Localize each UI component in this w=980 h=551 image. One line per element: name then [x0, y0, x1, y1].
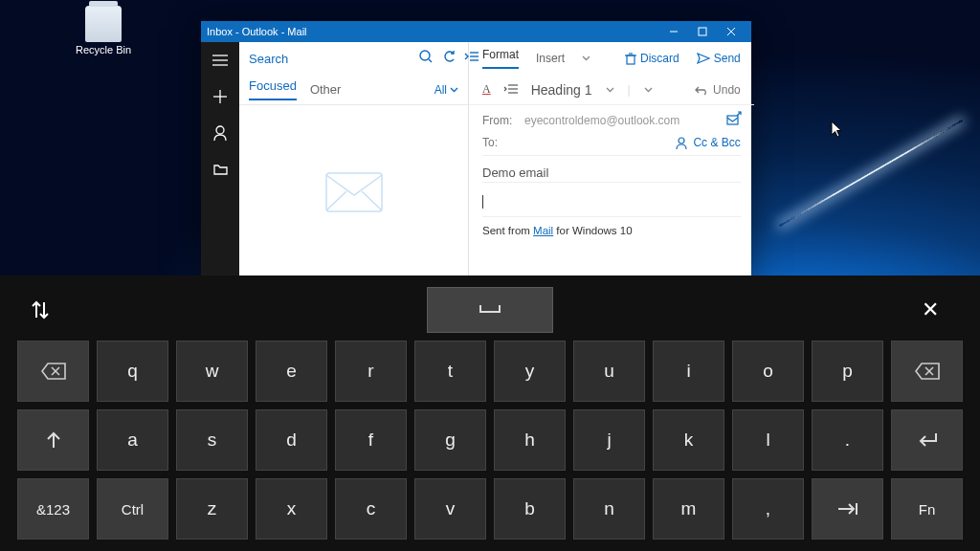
svg-marker-21 — [698, 54, 709, 63]
send-icon — [697, 53, 710, 64]
key-w[interactable]: w — [176, 341, 248, 402]
cursor-icon — [831, 121, 844, 140]
compose-pane: Format Insert Discard Send A Heading 1 |… — [469, 42, 754, 276]
key-p[interactable]: p — [812, 341, 883, 402]
svg-rect-18 — [627, 55, 635, 64]
key-fn[interactable]: Fn — [891, 478, 963, 540]
hamburger-icon[interactable] — [201, 46, 239, 75]
recycle-bin[interactable]: Recycle Bin — [75, 6, 132, 55]
key-backspace-left[interactable] — [17, 341, 89, 402]
font-color-icon[interactable]: A — [482, 82, 491, 97]
key-next[interactable] — [812, 478, 883, 540]
message-list-pane: Focused Other All — [239, 42, 469, 276]
key-enter[interactable] — [891, 409, 963, 471]
enter-icon — [917, 431, 938, 449]
svg-line-16 — [326, 191, 346, 210]
key-i[interactable]: i — [653, 341, 724, 402]
signature: Sent from Mail for Windows 10 — [482, 225, 741, 236]
keyboard-swap-icon[interactable] — [17, 287, 63, 333]
key-m[interactable]: m — [653, 478, 724, 540]
key-comma[interactable]: , — [732, 478, 804, 540]
heading-selector[interactable]: Heading 1 — [531, 82, 592, 98]
key-x[interactable]: x — [256, 478, 327, 540]
key-e[interactable]: e — [256, 341, 327, 402]
key-j[interactable]: j — [573, 409, 645, 471]
tab-format[interactable]: Format — [482, 48, 519, 69]
close-button[interactable] — [717, 21, 746, 42]
key-t[interactable]: t — [414, 341, 486, 402]
space-icon — [479, 304, 501, 316]
key-numsym[interactable]: &123 — [17, 478, 89, 540]
svg-line-17 — [362, 191, 382, 210]
chevron-down-icon[interactable] — [644, 87, 653, 93]
key-k[interactable]: k — [653, 409, 724, 471]
subject-input[interactable]: Demo email — [482, 164, 741, 183]
key-l[interactable]: l — [732, 409, 804, 471]
key-c[interactable]: c — [335, 478, 407, 540]
message-body[interactable] — [482, 190, 741, 217]
key-s[interactable]: s — [176, 409, 248, 471]
svg-line-11 — [429, 59, 432, 62]
key-o[interactable]: o — [732, 341, 804, 402]
key-f[interactable]: f — [335, 409, 407, 471]
key-r[interactable]: r — [335, 341, 407, 402]
envelope-icon — [325, 172, 383, 214]
svg-rect-15 — [326, 173, 382, 211]
key-d[interactable]: d — [256, 409, 327, 471]
key-ctrl[interactable]: Ctrl — [97, 478, 168, 540]
vertical-nav — [201, 42, 239, 276]
titlebar[interactable]: Inbox - Outlook - Mail — [201, 21, 751, 42]
undo-button[interactable]: Undo — [695, 83, 741, 97]
onscreen-keyboard: ✕ q w e r t y u i o p a s d f g h j k l — [0, 276, 980, 551]
new-mail-button[interactable] — [201, 82, 239, 111]
recycle-bin-icon — [85, 6, 122, 42]
keyboard-row-3: &123 Ctrl z x c v b n m , Fn — [17, 478, 963, 540]
mail-window: Inbox - Outlook - Mail — [201, 21, 751, 276]
keyboard-row-1: q w e r t y u i o p — [17, 341, 963, 402]
key-period[interactable]: . — [812, 409, 883, 471]
key-u[interactable]: u — [573, 341, 645, 402]
desktop[interactable]: Recycle Bin Inbox - Outlook - Mail — [0, 0, 980, 551]
send-button[interactable]: Send — [697, 52, 741, 65]
discard-button[interactable]: Discard — [625, 52, 679, 65]
key-n[interactable]: n — [573, 478, 645, 540]
key-shift[interactable] — [17, 409, 89, 471]
filter-all[interactable]: All — [434, 83, 458, 97]
maximize-button[interactable] — [688, 21, 717, 42]
key-z[interactable]: z — [176, 478, 248, 540]
svg-point-10 — [420, 51, 430, 60]
svg-rect-25 — [727, 116, 738, 124]
keyboard-close-button[interactable]: ✕ — [907, 287, 953, 333]
window-title: Inbox - Outlook - Mail — [207, 26, 307, 37]
from-label: From: — [482, 114, 517, 127]
key-g[interactable]: g — [414, 409, 486, 471]
popout-icon[interactable] — [726, 113, 741, 128]
folders-icon[interactable] — [201, 155, 239, 184]
accounts-icon[interactable] — [201, 119, 239, 147]
key-h[interactable]: h — [494, 409, 566, 471]
chevron-down-icon[interactable] — [606, 87, 614, 93]
key-b[interactable]: b — [494, 478, 566, 540]
minimize-button[interactable] — [659, 21, 688, 42]
tab-focused[interactable]: Focused — [249, 78, 297, 100]
cc-bcc-button[interactable]: Cc & Bcc — [676, 136, 740, 149]
key-v[interactable]: v — [414, 478, 486, 540]
search-icon[interactable] — [419, 50, 433, 67]
keyboard-row-2: a s d f g h j k l . — [17, 409, 963, 471]
tab-insert[interactable]: Insert — [536, 52, 565, 65]
key-y[interactable]: y — [494, 341, 566, 402]
chevron-down-icon[interactable] — [582, 55, 590, 61]
tab-other[interactable]: Other — [310, 82, 342, 97]
mail-link[interactable]: Mail — [533, 225, 553, 236]
key-q[interactable]: q — [97, 341, 168, 402]
key-space[interactable] — [427, 287, 553, 333]
recycle-bin-label: Recycle Bin — [75, 44, 132, 55]
refresh-icon[interactable] — [442, 50, 456, 67]
backspace-icon — [41, 363, 66, 380]
shift-icon — [45, 430, 62, 450]
key-backspace-right[interactable] — [891, 341, 963, 402]
undo-icon — [695, 85, 708, 95]
indent-icon[interactable] — [504, 84, 518, 96]
key-a[interactable]: a — [97, 409, 168, 471]
search-input[interactable] — [249, 52, 410, 66]
